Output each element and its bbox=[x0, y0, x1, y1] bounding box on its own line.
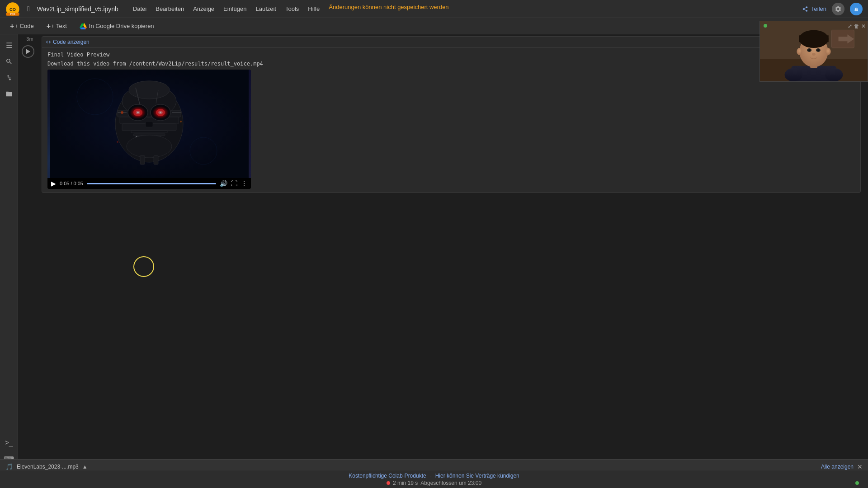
webcam-video bbox=[760, 21, 868, 81]
video-fullscreen-icon[interactable]: ⛶ bbox=[231, 180, 237, 187]
download-filename: ElevenLabs_2023-....mp3 bbox=[17, 464, 79, 470]
status-time: 2 min 19 s bbox=[393, 480, 418, 486]
svg-rect-50 bbox=[799, 35, 828, 42]
video-progress-fill bbox=[87, 183, 216, 184]
paid-products-link[interactable]: Kostenpflichtige Colab-Produkte bbox=[349, 473, 426, 479]
svg-point-53 bbox=[808, 49, 810, 51]
status-center: Kostenpflichtige Colab-Produkte - Hier k… bbox=[349, 473, 519, 486]
menu-einfuegen[interactable]: Einfügen bbox=[220, 4, 250, 14]
github-icon:  bbox=[27, 5, 30, 13]
video-image bbox=[50, 70, 249, 178]
menu-bearbeiten[interactable]: Bearbeiten bbox=[152, 4, 188, 14]
main-content: 3m Code anzeigen ⧉ 🗑 ⋮ bbox=[18, 34, 868, 470]
download-close-button[interactable]: ✕ bbox=[857, 463, 863, 470]
top-right-actions: Teilen a bbox=[802, 3, 863, 15]
code-icon bbox=[46, 39, 51, 45]
status-bar: Kostenpflichtige Colab-Produkte - Hier k… bbox=[0, 470, 868, 488]
play-icon bbox=[26, 49, 30, 54]
copy-to-drive-button[interactable]: In Google Drive kopieren bbox=[75, 21, 159, 31]
sidebar: ☰ >_ ⌨ bbox=[0, 34, 18, 488]
status-info-row: 2 min 19 s Abgeschlossen um 23:00 bbox=[387, 480, 481, 486]
svg-text:PRO: PRO bbox=[10, 13, 15, 15]
cell-output: Final Video Preview Download this video … bbox=[42, 48, 860, 192]
webcam-trash-button[interactable]: 🗑 bbox=[854, 23, 859, 29]
top-bar: CO PRO  Wav2Lip_simplified_v5.ipynb Dat… bbox=[0, 0, 868, 18]
toolbar: + + Code + + Text In Google Drive kopier… bbox=[0, 18, 868, 34]
settings-icon bbox=[835, 5, 842, 13]
cell-body: Code anzeigen ⧉ 🗑 ⋮ Final Video Preview … bbox=[42, 36, 861, 193]
video-play-button[interactable]: ▶ bbox=[51, 180, 56, 187]
cell-toolbar: Code anzeigen ⧉ 🗑 ⋮ bbox=[42, 37, 860, 48]
cell-number: 3m bbox=[26, 36, 33, 42]
webcam-controls: ⤢ 🗑 ✕ bbox=[848, 23, 866, 29]
drive-icon bbox=[80, 23, 87, 29]
share-button[interactable]: Teilen bbox=[802, 5, 826, 12]
sidebar-menu-icon[interactable]: ☰ bbox=[2, 38, 16, 52]
status-red-dot bbox=[387, 481, 390, 485]
menu-anzeige[interactable]: Anzeige bbox=[189, 4, 218, 14]
menu-bar: Datei Bearbeiten Anzeige Einfügen Laufze… bbox=[129, 4, 795, 14]
svg-line-56 bbox=[816, 47, 821, 47]
sidebar-variables-icon[interactable] bbox=[2, 70, 16, 85]
video-time: 0:05 / 0:05 bbox=[60, 181, 83, 186]
cell-container: 3m Code anzeigen ⧉ 🗑 ⋮ bbox=[18, 34, 868, 195]
sidebar-search-icon[interactable] bbox=[2, 54, 16, 69]
add-text-button[interactable]: + + Text bbox=[42, 20, 71, 32]
status-green-dot bbox=[855, 481, 859, 485]
svg-point-59 bbox=[826, 48, 831, 55]
webcam-recording-dot bbox=[764, 24, 767, 28]
svg-point-57 bbox=[812, 53, 816, 56]
video-controls: ▶ 0:05 / 0:05 🔊 ⛶ ⋮ bbox=[47, 178, 251, 189]
webcam-person bbox=[760, 21, 868, 81]
status-completed: Abgeschlossen um 23:00 bbox=[420, 480, 481, 486]
download-file-icon: 🎵 bbox=[5, 463, 13, 470]
video-volume-icon[interactable]: 🔊 bbox=[220, 180, 227, 187]
webcam-close-button[interactable]: ✕ bbox=[861, 23, 866, 29]
download-dropdown-icon[interactable]: ▲ bbox=[82, 464, 88, 470]
unsaved-notice: Änderungen können nicht gespeichert werd… bbox=[329, 4, 448, 14]
svg-point-60 bbox=[785, 68, 803, 81]
cursor-dot bbox=[142, 265, 145, 268]
share-icon bbox=[802, 6, 808, 12]
video-player: ▶ 0:05 / 0:05 🔊 ⛶ ⋮ bbox=[47, 70, 251, 189]
settings-button[interactable] bbox=[832, 3, 844, 15]
webcam-expand-button[interactable]: ⤢ bbox=[848, 23, 852, 29]
show-code-button[interactable]: Code anzeigen bbox=[46, 39, 90, 45]
show-all-button[interactable]: Alle anzeigen bbox=[821, 464, 854, 470]
sidebar-terminal-icon[interactable]: >_ bbox=[2, 436, 16, 450]
user-avatar[interactable]: a bbox=[850, 3, 863, 15]
output-line1: Final Video Preview bbox=[47, 52, 855, 58]
cancel-contracts-link[interactable]: Hier können Sie Verträge kündigen bbox=[435, 473, 519, 479]
menu-datei[interactable]: Datei bbox=[129, 4, 150, 14]
cell-run-button[interactable] bbox=[22, 45, 34, 58]
svg-text:CO: CO bbox=[9, 7, 16, 12]
menu-tools[interactable]: Tools bbox=[282, 4, 302, 14]
webcam-preview: ⤢ 🗑 ✕ bbox=[760, 21, 868, 82]
svg-line-55 bbox=[807, 47, 812, 47]
svg-point-54 bbox=[817, 49, 819, 51]
cursor-circle bbox=[133, 256, 154, 277]
menu-hilfe[interactable]: Hilfe bbox=[304, 4, 323, 14]
output-line2: Download this video from /content/Wav2Li… bbox=[47, 61, 855, 67]
add-code-button[interactable]: + + Code bbox=[5, 20, 38, 32]
status-links: Kostenpflichtige Colab-Produkte - Hier k… bbox=[349, 473, 519, 479]
menu-laufzeit[interactable]: Laufzeit bbox=[252, 4, 280, 14]
video-thumbnail bbox=[47, 70, 251, 178]
file-name: Wav2Lip_simplified_v5.ipynb bbox=[37, 5, 118, 13]
svg-point-61 bbox=[825, 68, 843, 81]
svg-rect-41 bbox=[50, 70, 249, 178]
colab-logo: CO PRO bbox=[5, 2, 20, 16]
video-progress-bar[interactable] bbox=[87, 183, 216, 184]
video-more-icon[interactable]: ⋮ bbox=[241, 180, 247, 187]
sidebar-files-icon[interactable] bbox=[2, 87, 16, 101]
svg-point-58 bbox=[797, 48, 802, 55]
